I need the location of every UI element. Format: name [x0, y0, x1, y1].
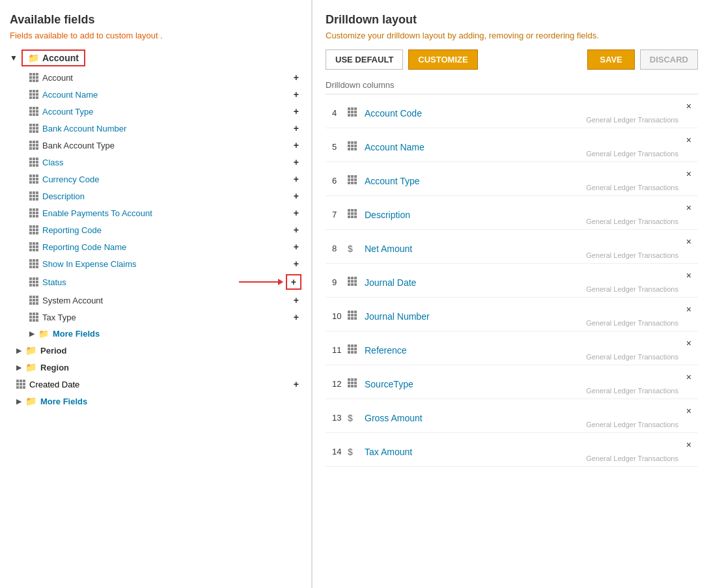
svg-rect-158	[354, 145, 357, 147]
add-button-account-name[interactable]: +	[291, 88, 301, 101]
svg-rect-109	[33, 277, 35, 280]
svg-rect-90	[29, 242, 32, 245]
svg-rect-204	[348, 351, 350, 354]
svg-rect-89	[36, 232, 38, 234]
svg-rect-91	[33, 242, 35, 245]
remove-column-button[interactable]: ×	[686, 203, 691, 213]
field-item-created-date: Created Date +	[10, 376, 301, 393]
field-item-tax-type: Tax Type +	[10, 309, 301, 326]
svg-rect-55	[33, 175, 35, 177]
save-button[interactable]: SAVE	[587, 49, 634, 70]
grid-icon	[29, 208, 38, 217]
svg-rect-174	[348, 212, 350, 215]
remove-column-button[interactable]: ×	[686, 304, 691, 315]
grid-icon	[348, 209, 361, 220]
field-item-class: Class +	[10, 154, 301, 171]
field-item-account: Account +	[10, 69, 301, 86]
svg-rect-146	[354, 107, 357, 110]
field-item-system-account: System Account +	[10, 292, 301, 309]
account-more-fields[interactable]: ▶ 📁 More Fields	[10, 326, 301, 342]
add-button-class[interactable]: +	[291, 156, 301, 169]
remove-column-button[interactable]: ×	[686, 440, 691, 450]
svg-rect-150	[348, 114, 350, 117]
svg-rect-129	[29, 316, 32, 318]
account-group-header[interactable]: ▼ 📁 Account	[10, 49, 301, 66]
svg-rect-79	[33, 215, 35, 217]
remove-column-button[interactable]: ×	[686, 236, 691, 247]
column-number: 4	[332, 108, 348, 118]
svg-rect-131	[36, 316, 38, 318]
add-button-system-account[interactable]: +	[291, 294, 301, 307]
svg-rect-13	[33, 93, 35, 96]
remove-column-button[interactable]: ×	[686, 372, 691, 382]
field-name-bank-account-number: Bank Account Number	[42, 124, 126, 133]
grid-icon	[29, 73, 38, 82]
svg-rect-41	[36, 144, 38, 147]
add-button-account-type[interactable]: +	[291, 105, 301, 118]
svg-rect-31	[33, 127, 35, 130]
add-button-show-expense-claims[interactable]: +	[291, 257, 301, 270]
add-button-status-highlighted[interactable]: +	[286, 274, 301, 290]
svg-rect-182	[354, 277, 357, 279]
add-button-account[interactable]: +	[291, 71, 301, 84]
grid-icon	[348, 141, 361, 152]
use-default-button[interactable]: USE DEFAULT	[326, 49, 403, 70]
remove-column-button[interactable]: ×	[686, 169, 691, 179]
add-button-enable-payments[interactable]: +	[291, 206, 301, 219]
svg-rect-203	[354, 348, 357, 350]
column-source: General Ledger Transactions	[586, 285, 678, 293]
svg-rect-107	[36, 266, 38, 268]
svg-rect-18	[29, 107, 32, 109]
svg-rect-28	[33, 124, 35, 126]
remove-column-button[interactable]: ×	[686, 406, 691, 416]
add-button-currency-code[interactable]: +	[291, 173, 301, 186]
svg-rect-2	[36, 73, 38, 76]
svg-rect-20	[36, 107, 38, 109]
svg-rect-85	[33, 229, 35, 231]
folder-period[interactable]: ▶ 📁 Period	[10, 342, 301, 359]
svg-rect-120	[29, 299, 32, 301]
column-number: 11	[332, 345, 348, 355]
svg-rect-37	[33, 141, 35, 143]
left-panel-title: Available fields	[10, 13, 301, 27]
svg-rect-96	[29, 249, 32, 251]
svg-rect-206	[354, 351, 357, 354]
svg-rect-127	[33, 313, 35, 315]
action-buttons: USE DEFAULT CUSTOMIZE SAVE DISCARD	[326, 49, 698, 70]
customize-button[interactable]: CUSTOMIZE	[408, 49, 477, 70]
drilldown-columns-label: Drilldown columns	[326, 80, 698, 90]
right-panel-subtitle: Customize your drilldown layout by addin…	[326, 31, 698, 40]
add-button-created-date[interactable]: +	[291, 378, 301, 391]
svg-rect-171	[348, 209, 350, 212]
add-button-tax-type[interactable]: +	[291, 311, 301, 324]
remove-column-button[interactable]: ×	[686, 101, 691, 111]
column-number: 14	[332, 447, 348, 456]
folder-region[interactable]: ▶ 📁 Region	[10, 359, 301, 376]
grid-icon	[29, 313, 38, 322]
top-more-fields[interactable]: ▶ 📁 More Fields	[10, 393, 301, 410]
svg-rect-167	[354, 178, 357, 181]
add-button-reporting-code[interactable]: +	[291, 223, 301, 236]
svg-rect-184	[351, 280, 354, 283]
dollar-icon: $	[348, 447, 361, 457]
remove-column-button[interactable]: ×	[686, 270, 691, 281]
add-button-bank-account-number[interactable]: +	[291, 122, 301, 135]
svg-rect-197	[354, 317, 357, 320]
field-name-reporting-code: Reporting Code	[42, 225, 102, 235]
field-name-description: Description	[42, 191, 85, 201]
add-button-bank-account-type[interactable]: +	[291, 139, 301, 152]
svg-rect-73	[33, 208, 35, 211]
svg-rect-42	[29, 147, 32, 150]
svg-rect-208	[351, 378, 354, 381]
add-button-description[interactable]: +	[291, 189, 301, 203]
svg-rect-94	[33, 245, 35, 248]
add-button-reporting-code-name[interactable]: +	[291, 240, 301, 253]
svg-rect-132	[29, 319, 32, 322]
svg-rect-75	[29, 212, 32, 214]
remove-column-button[interactable]: ×	[686, 135, 691, 145]
remove-column-button[interactable]: ×	[686, 338, 691, 348]
svg-rect-67	[33, 195, 35, 197]
svg-rect-64	[33, 191, 35, 194]
svg-rect-135	[16, 380, 19, 382]
discard-button[interactable]: DISCARD	[640, 49, 698, 70]
